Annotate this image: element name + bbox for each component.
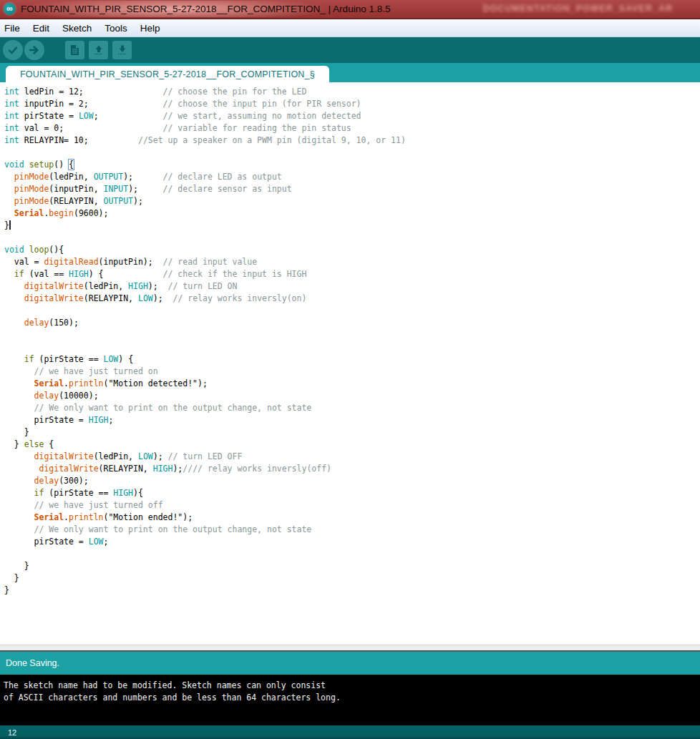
current-line-number: 12 <box>8 728 16 737</box>
console-line: The sketch name had to be modified. Sket… <box>4 680 700 692</box>
code-line[interactable]: delay(10000); <box>4 390 700 402</box>
code-line[interactable]: int RELAYPIN= 10; //Set up a speaker on … <box>4 134 700 147</box>
code-line[interactable]: // We only want to print on the output c… <box>4 402 700 414</box>
matched-brace-highlight: { <box>69 160 74 170</box>
code-line[interactable]: void loop(){ <box>4 244 700 256</box>
code-line[interactable]: digitalWrite(ledPin, HIGH); // turn LED … <box>4 280 700 293</box>
code-line[interactable]: } <box>4 572 700 584</box>
window-title: FOUNTAIN_WITH_PIR_SENSOR_5-27-2018__FOR_… <box>21 4 390 14</box>
code-line[interactable]: pinMode(RELAYPIN, OUTPUT); <box>4 195 700 207</box>
code-line[interactable]: Serial.begin(9600); <box>4 207 700 220</box>
horizontal-scrollbar[interactable] <box>0 645 700 650</box>
check-icon <box>7 44 19 56</box>
upload-button[interactable] <box>24 40 44 60</box>
code-line[interactable]: int pirState = LOW; // we start, assumin… <box>4 110 700 122</box>
code-line[interactable]: int val = 0; // variable for reading the… <box>4 122 700 134</box>
code-line[interactable]: pirState = HIGH; <box>4 414 700 426</box>
document-icon <box>69 44 80 56</box>
code-line[interactable] <box>4 147 700 159</box>
menu-edit[interactable]: Edit <box>26 21 56 36</box>
code-line[interactable]: delay(300); <box>4 475 700 487</box>
code-line[interactable]: int ledPin = 12; // choose the pin for t… <box>4 86 700 98</box>
line-number-bar: 12 <box>0 725 700 739</box>
toolbar <box>0 37 700 63</box>
background-window-title: DOCUMENTATION_POWER_SAVER_AR <box>482 4 673 14</box>
status-bar: Done Saving. <box>0 652 700 675</box>
text-cursor <box>9 220 11 230</box>
arduino-logo-icon: ∞ <box>4 3 16 15</box>
arrow-up-tray-icon <box>93 44 104 56</box>
code-line[interactable]: pinMode(ledPin, OUTPUT); // declare LED … <box>4 171 700 183</box>
code-line[interactable]: val = digitalRead(inputPin); // read inp… <box>4 256 700 268</box>
console-line: of ASCII characters and numbers and be l… <box>4 692 700 704</box>
status-message: Done Saving. <box>6 658 59 668</box>
code-line[interactable] <box>4 329 700 341</box>
code-line[interactable]: } <box>4 560 700 572</box>
verify-button[interactable] <box>3 40 23 60</box>
code-line[interactable]: void setup() { <box>4 159 700 171</box>
code-line[interactable] <box>4 232 700 244</box>
window-titlebar[interactable]: ∞ FOUNTAIN_WITH_PIR_SENSOR_5-27-2018__FO… <box>0 0 700 19</box>
menu-tools[interactable]: Tools <box>98 21 134 36</box>
menu-sketch[interactable]: Sketch <box>56 21 98 36</box>
code-line[interactable]: if (pirState == LOW) { <box>4 353 700 366</box>
code-line[interactable]: delay(150); <box>4 317 700 329</box>
code-line[interactable]: // We only want to print on the output c… <box>4 524 700 536</box>
code-line[interactable]: int inputPin = 2; // choose the input pi… <box>4 98 700 110</box>
code-line[interactable]: digitalWrite(RELAYPIN, HIGH);//// relay … <box>4 463 700 475</box>
code-line[interactable]: } <box>4 584 700 597</box>
code-line[interactable]: digitalWrite(ledPin, LOW); // turn LED O… <box>4 451 700 463</box>
code-line[interactable]: pirState = LOW; <box>4 536 700 548</box>
code-area[interactable]: int ledPin = 12; // choose the pin for t… <box>0 82 700 645</box>
code-line[interactable]: if (val == HIGH) { // check if the input… <box>4 268 700 280</box>
code-line[interactable]: // we have just turned on <box>4 366 700 378</box>
code-line[interactable]: if (pirState == HIGH){ <box>4 487 700 499</box>
save-sketch-button[interactable] <box>112 41 132 59</box>
code-line[interactable]: } <box>4 426 700 439</box>
code-line[interactable]: digitalWrite(RELAYPIN, LOW); // relay wo… <box>4 293 700 305</box>
sketch-tab[interactable]: FOUNTAIN_WITH_PIR_SENSOR_5-27-2018__FOR_… <box>6 66 329 82</box>
menu-file[interactable]: File <box>0 21 26 36</box>
code-line[interactable] <box>4 548 700 560</box>
tab-bar: FOUNTAIN_WITH_PIR_SENSOR_5-27-2018__FOR_… <box>0 63 700 82</box>
code-line[interactable]: // we have just turned off <box>4 499 700 512</box>
code-line[interactable] <box>4 305 700 317</box>
code-line[interactable]: Serial.println("Motion detected!"); <box>4 378 700 390</box>
code-line[interactable]: } <box>4 220 700 232</box>
code-line[interactable]: Serial.println("Motion ended!"); <box>4 512 700 524</box>
menu-bar: File Edit Sketch Tools Help <box>0 19 700 37</box>
code-line[interactable]: } else { <box>4 439 700 451</box>
arrow-right-icon <box>29 44 40 56</box>
open-sketch-button[interactable] <box>89 41 108 59</box>
code-line[interactable] <box>4 341 700 353</box>
new-sketch-button[interactable] <box>65 41 84 59</box>
arrow-down-tray-icon <box>117 44 128 56</box>
console-output[interactable]: The sketch name had to be modified. Sket… <box>0 675 700 725</box>
menu-help[interactable]: Help <box>134 21 167 36</box>
code-line[interactable]: pinMode(inputPin, INPUT); // declare sen… <box>4 183 700 195</box>
